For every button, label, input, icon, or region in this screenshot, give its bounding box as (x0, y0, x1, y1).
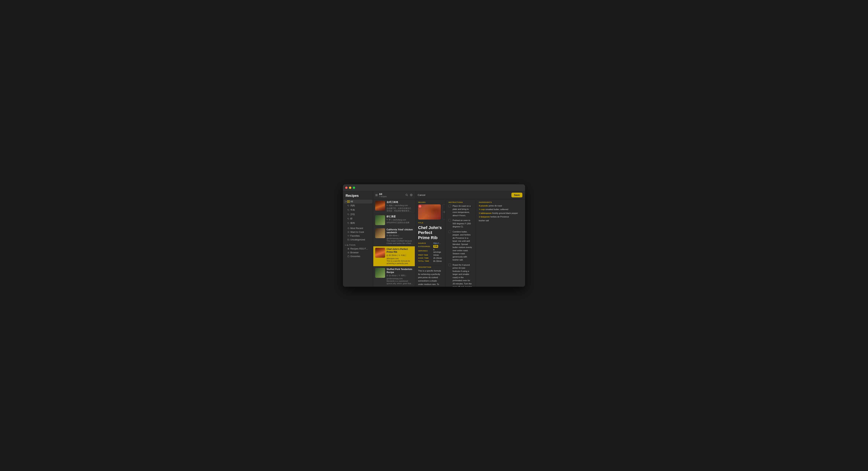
detail-panel: Cancel Save IMAGES − (415, 191, 525, 287)
plus-icon (442, 210, 445, 214)
step-checkbox-4[interactable] (448, 263, 451, 266)
recipe-card-1[interactable]: 台式三杯鸡 鸡肉 | xiachufang.com 总在餐厅吃，从来没在家自己尝… (373, 199, 415, 214)
category-badge[interactable]: 牛肉 (433, 245, 438, 248)
recipe-thumb-5 (375, 268, 385, 278)
recipe-meta-5: 1h 40min | 猪肉 | gordonramsay.com (386, 274, 413, 280)
description-section-label: DESCRIPTION (418, 266, 442, 268)
tag-icon (386, 205, 388, 206)
step-text-4: Roast the 4-pound prime rib (see footnot… (453, 263, 472, 287)
sidebar-item-beef[interactable]: 牛肉 (343, 208, 373, 212)
divider-1 (418, 264, 442, 264)
ingredient-2: ¼ cup unsalted butter, softened (479, 208, 522, 211)
recipe-card-3[interactable]: California 'fried' chicken sandwich 30h … (373, 227, 415, 246)
categories-label: CATEGORIES (418, 246, 433, 247)
instructions-section-label: INSTRUCTIONS (448, 201, 472, 203)
svg-rect-17 (375, 195, 378, 195)
recipe-title-1: 台式三杯鸡 (386, 201, 413, 204)
add-image-button[interactable] (442, 205, 445, 220)
tag-icon (347, 222, 349, 224)
svg-rect-16 (375, 194, 378, 194)
ingredient-4: 1 teaspoon herbes de Provence (479, 215, 522, 218)
recipe-card-6[interactable]: GRR Texas Steak & Eggs from Scrambled go… (373, 286, 415, 287)
prep-time-label: PREP TIME (418, 254, 433, 256)
svg-point-12 (348, 248, 349, 249)
recipe-card-4[interactable]: Chef John's Perfect Prime Rib 6h 30min |… (373, 246, 415, 266)
servings-value: 4 servings (433, 249, 442, 253)
sidebar-all-label: All (350, 200, 353, 203)
tag-icon-sel (399, 255, 400, 256)
rss-icon (346, 244, 348, 246)
source-row: SOURCE https://www.allrecipes.com/recipe… (418, 242, 442, 244)
recipe-thumb-2 (375, 215, 385, 225)
recipe-thumb-4 (375, 248, 385, 258)
tag-icon (347, 205, 349, 207)
close-button[interactable] (345, 187, 347, 189)
step-checkbox-2[interactable] (448, 219, 451, 222)
main-content: Recipes ▾ All 鸡肉 牛肉 (343, 191, 525, 287)
step-checkbox-3[interactable] (448, 230, 451, 233)
sidebar-item-groceries[interactable]: Groceries (343, 254, 373, 258)
tag-icon (399, 275, 400, 276)
svg-point-4 (348, 205, 348, 206)
detail-body: IMAGES − TITLE Chef John's (415, 199, 525, 287)
recipe-thumb-3 (375, 228, 385, 238)
recipe-card-info-2: 虾仁滑蛋 虾 | xiachufang.com 好吃的呵对又是留白在低糖 (386, 215, 413, 225)
sidebar-item-uncategorized[interactable]: Uncategorized (343, 238, 373, 242)
sidebar-item-browser[interactable]: Browser (343, 251, 373, 254)
clock-icon (347, 227, 349, 229)
recipe-desc-3: This recipe is brilliant because it look… (386, 240, 413, 245)
recipe-card-5[interactable]: Stuffed Pork Tenderloin Recipe 1h 40min … (373, 266, 415, 286)
recipe-title-2: 虾仁滑蛋 (386, 215, 413, 218)
search-button[interactable] (405, 193, 408, 197)
sidebar-item-salad[interactable]: 沙拉 (343, 212, 373, 217)
app-window: Recipes ▾ All 鸡肉 牛肉 (343, 184, 525, 287)
recipe-list: All 7 recipes 台式三杯鸡 (373, 191, 415, 287)
sidebar-item-favorites[interactable]: Favorites (343, 234, 373, 238)
cancel-button[interactable]: Cancel (418, 194, 425, 196)
ingredients-section-label: INGREDIENTS (479, 201, 522, 203)
feeds-header[interactable]: ▾ Feeds (343, 243, 373, 247)
rss-feed-icon (347, 248, 349, 250)
title-row: TITLE (418, 222, 442, 224)
step-text-3: Combine butter, pepper, and herbes de Pr… (453, 230, 472, 261)
list-count: 7 recipes (379, 195, 387, 197)
prep-time-row: PREP TIME 10min (418, 254, 442, 256)
cook-time-row: COOK TIME 2h 20min (418, 257, 442, 259)
maximize-button[interactable] (353, 187, 355, 189)
add-icon (410, 194, 412, 196)
sidebar-item-most-recent[interactable]: Most Recent (343, 226, 373, 230)
groceries-icon (347, 255, 349, 257)
add-recipe-button[interactable] (409, 193, 413, 197)
tag-icon (347, 214, 349, 215)
images-section-label: IMAGES (418, 201, 442, 203)
recipe-card-2[interactable]: 虾仁滑蛋 虾 | xiachufang.com 好吃的呵对又是留白在低糖 (373, 214, 415, 227)
svg-rect-1 (349, 200, 349, 201)
sidebar-section-all[interactable]: ▾ All (344, 200, 372, 203)
sidebar-item-chicken[interactable]: 鸡肉 (343, 203, 373, 208)
list-header-info: All 7 recipes (375, 193, 387, 197)
folder-icon (347, 239, 349, 241)
recipe-title[interactable]: Chef John's Perfect Prime Rib (418, 225, 442, 240)
remove-image-button[interactable]: − (418, 205, 421, 208)
grid-icon (347, 200, 349, 203)
ingredient-name-3: freshly ground black pepper (492, 212, 518, 214)
svg-point-8 (348, 223, 348, 223)
ingredient-amount-2: ¼ cup (479, 208, 485, 211)
ingredient-amount-1: 4 pounds (479, 205, 488, 207)
sidebar-item-want-to-cook[interactable]: Want to Cook (343, 230, 373, 234)
recipe-meta-3: 30h 40min | gordonramsay.com (386, 234, 413, 240)
recipe-meta-1: 鸡肉 | xiachufang.com (386, 204, 413, 207)
save-button[interactable]: Save (512, 193, 522, 197)
sidebar-item-rss[interactable]: Recipes RSS Feed Nov... (343, 247, 373, 251)
main-recipe-image[interactable]: − (418, 205, 441, 220)
title-label: TITLE (418, 222, 433, 224)
step-checkbox-1[interactable] (448, 205, 451, 207)
sidebar-item-pork[interactable]: 猪肉 (343, 221, 373, 225)
minimize-button[interactable] (349, 187, 351, 189)
sidebar-item-shrimp[interactable]: 虾 (343, 217, 373, 221)
recipe-desc-1: 总在餐厅吃，从来没在家自己尝试过，听起来好像做复杂实际做简单的一道菜。最欢吃鸡的… (386, 207, 413, 212)
recipe-card-info-1: 台式三杯鸡 鸡肉 | xiachufang.com 总在餐厅吃，从来没在家自己尝… (386, 201, 413, 212)
bookmark-icon (347, 231, 349, 233)
tag-icon (347, 209, 349, 211)
servings-label: SERVINGS (418, 250, 433, 252)
